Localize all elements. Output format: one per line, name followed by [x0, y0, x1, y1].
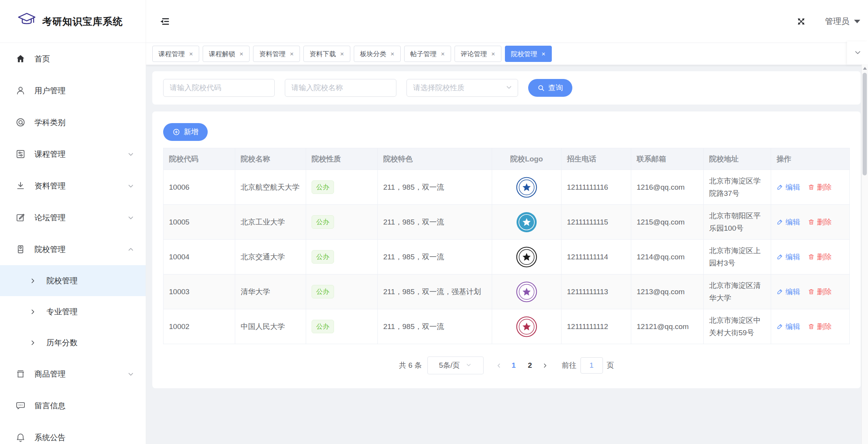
tab-label: 评论管理 [461, 50, 487, 58]
chevron-down-icon [127, 371, 134, 377]
tab-item[interactable]: 评论管理 × [455, 46, 501, 62]
delete-button[interactable]: 删除 [808, 287, 832, 297]
page-content: 请选择院校性质 查询 新增 [146, 65, 868, 444]
column-header: 招生电话 [561, 148, 631, 170]
app-title: 考研知识宝库系统 [42, 15, 123, 28]
tab-close-icon[interactable]: × [239, 51, 243, 57]
tab-label: 帖子管理 [410, 50, 437, 58]
tab-close-icon[interactable]: × [290, 51, 294, 57]
tab-item[interactable]: 资料下载 × [303, 46, 350, 62]
chevron-down-icon [127, 183, 134, 189]
tab-close-icon[interactable]: × [340, 51, 344, 57]
tab-menu-button[interactable] [847, 41, 868, 65]
nature-badge: 公办 [312, 180, 334, 194]
scrollbar-thumb[interactable] [863, 73, 867, 175]
sidebar-subitem[interactable]: 院校管理 [0, 265, 146, 296]
tab-item[interactable]: 院校管理 × [505, 46, 552, 62]
column-header: 院校Logo [492, 148, 561, 170]
sidebar-menu: 首页 用户管理 学科类别 课程管理 资料管理 论坛管理 院校管理 院校管理 专业… [0, 43, 146, 444]
sidebar-subitem[interactable]: 专业管理 [0, 296, 146, 327]
sidebar-item-course[interactable]: 课程管理 [0, 138, 146, 170]
pencil-icon [777, 288, 783, 295]
sidebar-item-label: 商品管理 [34, 369, 119, 379]
cell-name: 北京工业大学 [235, 205, 306, 240]
ruc-seal-logo [516, 316, 537, 338]
tab-item[interactable]: 板块分类 × [354, 46, 401, 62]
sidebar-item-icon [16, 181, 26, 191]
caret-down-icon [854, 20, 860, 23]
delete-button[interactable]: 删除 [808, 322, 832, 332]
tab-item[interactable]: 课程管理 × [152, 46, 199, 62]
chevron-right-icon [29, 278, 36, 284]
sidebar-item-bell[interactable]: 系统公告 [0, 422, 146, 444]
user-menu[interactable]: 管理员 [825, 16, 860, 27]
fullscreen-icon[interactable] [797, 17, 806, 26]
cell-nature: 公办 [306, 240, 378, 274]
sidebar-item-label: 学科类别 [34, 117, 134, 128]
edit-button[interactable]: 编辑 [777, 322, 800, 332]
add-button[interactable]: 新增 [163, 123, 208, 141]
delete-button[interactable]: 删除 [808, 217, 832, 227]
sidebar-item-download[interactable]: 资料管理 [0, 170, 146, 202]
prev-page-button[interactable] [492, 363, 506, 369]
sidebar-item-goods[interactable]: 商品管理 [0, 358, 146, 390]
page-number[interactable]: 2 [522, 361, 538, 370]
page-size-label: 5条/页 [439, 360, 460, 370]
school-nature-select[interactable]: 请选择院校性质 [406, 79, 518, 97]
column-header: 院校代码 [164, 148, 235, 170]
cell-email: 1215@qq.com [631, 205, 704, 240]
scrollbar-up-arrow[interactable] [862, 64, 868, 72]
collapse-sidebar-icon[interactable] [160, 18, 169, 25]
trash-icon [808, 219, 815, 225]
tab-close-icon[interactable]: × [491, 51, 495, 57]
chevron-down-icon [854, 49, 861, 58]
tab-close-icon[interactable]: × [542, 51, 546, 57]
tab-item[interactable]: 帖子管理 × [404, 46, 451, 62]
sidebar-item-message[interactable]: 留言信息 [0, 390, 146, 422]
delete-button[interactable]: 删除 [808, 252, 832, 262]
cell-features: 211，985，双一流 [378, 309, 492, 344]
cell-address: 北京市朝阳区平乐园100号 [704, 205, 771, 240]
scrollbar[interactable] [861, 64, 868, 444]
sidebar-item-icon [16, 86, 26, 96]
sidebar-item-icon [16, 401, 26, 411]
cell-features: 211，985，双一流 [378, 240, 492, 274]
cell-code: 10006 [164, 170, 235, 205]
chevron-down-icon [466, 361, 472, 370]
delete-button[interactable]: 删除 [808, 182, 832, 192]
edit-button[interactable]: 编辑 [777, 252, 800, 262]
select-placeholder: 请选择院校性质 [413, 83, 506, 93]
tab-close-icon[interactable]: × [189, 51, 193, 57]
sidebar: 考研知识宝库系统 首页 用户管理 学科类别 课程管理 资料管理 论坛管理 院校管… [0, 0, 146, 444]
search-button[interactable]: 查询 [528, 79, 572, 97]
edit-button[interactable]: 编辑 [777, 287, 800, 297]
sidebar-item-home[interactable]: 首页 [0, 43, 146, 75]
page-number[interactable]: 1 [506, 361, 522, 370]
column-header: 联系邮箱 [631, 148, 704, 170]
school-code-input[interactable] [163, 79, 275, 97]
sidebar-item-forum[interactable]: 论坛管理 [0, 202, 146, 233]
edit-button[interactable]: 编辑 [777, 217, 800, 227]
edit-button[interactable]: 编辑 [777, 182, 800, 192]
tab-close-icon[interactable]: × [441, 51, 445, 57]
cell-email: 1216@qq.com [631, 170, 704, 205]
cell-address: 北京市海淀区学院路37号 [704, 170, 771, 205]
tab-bar: 课程管理 × 课程解锁 × 资料管理 × 资料下载 × 板块分类 × 帖子管理 … [146, 43, 868, 65]
next-page-button[interactable] [538, 363, 552, 369]
sidebar-item-label: 用户管理 [34, 86, 134, 96]
cell-email: 12121@qq.com [631, 309, 704, 344]
sidebar-item-school[interactable]: 院校管理 [0, 233, 146, 265]
sidebar-item-category[interactable]: 学科类别 [0, 106, 146, 138]
goto-page-input[interactable] [580, 357, 603, 374]
nature-badge: 公办 [312, 285, 334, 298]
school-name-input[interactable] [285, 79, 396, 97]
tab-item[interactable]: 资料管理 × [253, 46, 300, 62]
tab-close-icon[interactable]: × [391, 51, 394, 57]
pencil-icon [777, 254, 783, 260]
page-size-select[interactable]: 5条/页 [427, 357, 484, 374]
cell-nature: 公办 [306, 205, 378, 240]
pencil-icon [777, 219, 783, 225]
tab-item[interactable]: 课程解锁 × [203, 46, 250, 62]
sidebar-item-user[interactable]: 用户管理 [0, 75, 146, 106]
sidebar-subitem[interactable]: 历年分数 [0, 327, 146, 358]
